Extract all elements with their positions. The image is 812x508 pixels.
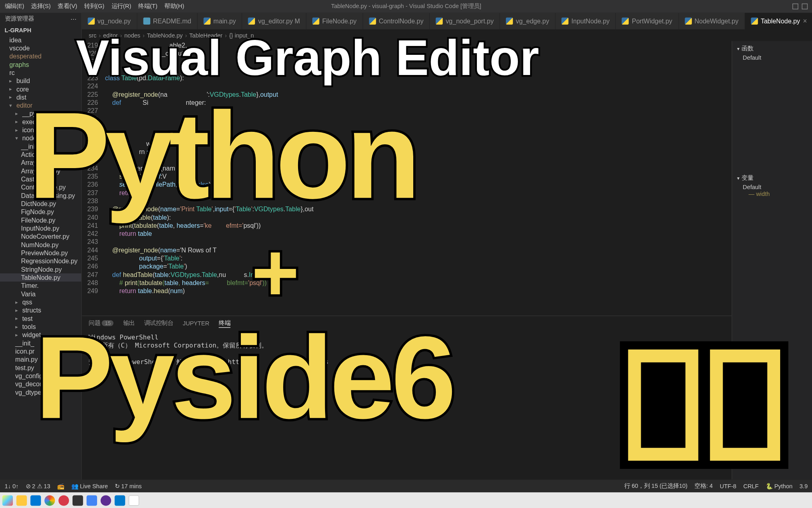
breadcrumb-item[interactable]: editor [103,32,118,38]
outline-item[interactable]: Default [735,54,811,62]
python-version[interactable]: 3.9 [800,483,808,489]
start-icon[interactable] [2,495,13,506]
radio-icon[interactable]: 📻 [57,483,64,489]
file-item[interactable]: PreviewNode.py [0,249,81,257]
main-menu[interactable]: 编辑(E) 选择(S) 查看(V) 转到(G) 运行(R) 终端(T) 帮助(H… [5,2,184,10]
window-controls[interactable] [792,4,808,10]
folder-item[interactable]: core [0,85,81,93]
panel-tab-terminal[interactable]: 终端 [219,319,230,328]
file-item[interactable]: Timer. [0,281,81,289]
folder-item[interactable]: qss [0,298,81,306]
folder-item[interactable]: tools [0,323,81,331]
folder-item[interactable]: desperated [0,52,81,60]
vscode-icon[interactable] [115,495,125,506]
tab-active[interactable]: TableNode.py× [745,13,812,29]
indentation[interactable]: 空格: 4 [694,482,713,490]
tab[interactable]: FileNode.py [307,13,363,29]
folder-item[interactable]: widget [0,331,81,339]
problems-status[interactable]: ⊘ 2 ⚠ 13 [26,483,50,489]
layout-icon-2[interactable] [802,4,808,10]
status-bar[interactable]: 1↓ 0↑ ⊘ 2 ⚠ 13 📻 👥 Live Share ↻ 17 mins … [0,479,812,492]
app-icon[interactable] [72,495,83,506]
file-item[interactable]: ControlNode.py [0,183,81,191]
panel-tab-problems[interactable]: 问题 15 [89,319,114,327]
breadcrumb-item[interactable]: nodes [124,32,141,38]
language[interactable]: 🐍 Python [766,483,793,489]
cursor-position[interactable]: 行 60，列 15 (已选择10) [624,482,688,490]
breadcrumb-item[interactable]: TableHeader [189,32,222,38]
file-item-active[interactable]: TableNode.py [0,273,81,281]
eol[interactable]: CRLF [744,483,759,489]
panel-tab-jupyter[interactable]: JUPYTER [183,320,209,327]
tab[interactable]: main.py [198,13,242,29]
file-item[interactable]: icon.pr [0,347,81,355]
folder-item[interactable]: dist [0,93,81,101]
folder-item[interactable]: execut [0,118,81,126]
folder-item[interactable]: idea [0,36,81,44]
tab[interactable]: ControlNode.py [363,13,430,29]
outline-section-variables[interactable]: 变量 [735,173,811,183]
file-tree[interactable]: idea vscode desperated graphs rc build c… [0,36,81,480]
tab[interactable]: InputNode.py [555,13,616,29]
file-item[interactable]: ArrayN [0,158,81,167]
code-editor[interactable]: 2192202212222232242252262272282292302312… [82,41,732,316]
menu-run[interactable]: 运行(R) [112,2,131,10]
app-icon[interactable] [58,495,69,506]
folder-item[interactable]: vscode [0,44,81,52]
tab[interactable]: vg_editor.py M [242,13,307,29]
more-icon[interactable]: ⋯ [70,15,77,22]
app-icon[interactable] [87,495,97,506]
file-item[interactable]: NodeCoverter.py [0,232,81,240]
menu-select[interactable]: 选择(S) [31,2,50,10]
folder-item[interactable]: editor [0,101,81,109]
file-item[interactable]: StringNode.py [0,265,81,273]
panel-tabs[interactable]: 问题 15 输出 调试控制台 JUPYTER 终端 [82,316,732,330]
file-item[interactable]: NumNode.py [0,241,81,249]
file-item[interactable]: Caster.py [0,175,81,183]
folder-item[interactable]: nodes [0,134,81,142]
folder-item[interactable]: graphs [0,60,81,69]
explorer-icon[interactable] [17,495,27,506]
outline-section-functions[interactable]: 函数 [735,43,811,54]
layout-icon[interactable] [792,4,798,10]
file-item[interactable]: Action [0,150,81,158]
file-item[interactable]: ArrayNode.py [0,167,81,175]
project-root[interactable]: L-GRAPH [0,25,81,36]
folder-item[interactable]: build [0,77,81,85]
breadcrumb[interactable]: src› editor› nodes› TableNode.py› TableH… [82,29,812,41]
app-icon[interactable] [128,495,139,506]
panel-tab-output[interactable]: 输出 [123,319,135,327]
app-icon[interactable] [31,495,41,506]
tab[interactable]: vg_edge.py [500,13,556,29]
editor-tabs[interactable]: vg_node.py README.md main.py vg_editor.p… [82,13,812,29]
file-item[interactable]: DataProcessing.py [0,192,81,200]
file-item[interactable]: __init_ [0,142,81,150]
git-status[interactable]: 1↓ 0↑ [5,483,19,489]
tab[interactable]: PortWidget.py [616,13,679,29]
file-item[interactable]: InputNode.py [0,224,81,232]
tab[interactable]: vg_node.py [82,13,137,29]
encoding[interactable]: UTF-8 [720,483,736,489]
file-item[interactable]: test.py [0,364,81,372]
folder-item[interactable]: icons [0,126,81,134]
menu-terminal[interactable]: 终端(T) [138,2,157,10]
menu-view[interactable]: 查看(V) [58,2,77,10]
outline-subitem[interactable]: — width [735,191,811,197]
obs-icon[interactable] [101,495,111,506]
chrome-icon[interactable] [44,495,55,506]
panel-tab-debug[interactable]: 调试控制台 [144,319,174,327]
outline-item[interactable]: Default [735,183,811,191]
file-item[interactable]: DictNode.py [0,200,81,208]
tab[interactable]: vg_node_port.py [430,13,500,29]
tab[interactable]: NodeWidget.py [679,13,745,29]
menu-goto[interactable]: 转到(G) [84,2,104,10]
timer[interactable]: ↻ 17 mins [115,483,141,489]
live-share[interactable]: 👥 Live Share [71,483,108,489]
windows-taskbar[interactable] [0,492,812,508]
file-item[interactable]: FigNode.py [0,208,81,216]
folder-item[interactable]: __pyca [0,110,81,118]
folder-item[interactable]: test [0,314,81,323]
file-item[interactable]: FileNode.py [0,216,81,224]
menu-help[interactable]: 帮助(H) [164,2,184,10]
file-item[interactable]: Varia [0,290,81,298]
